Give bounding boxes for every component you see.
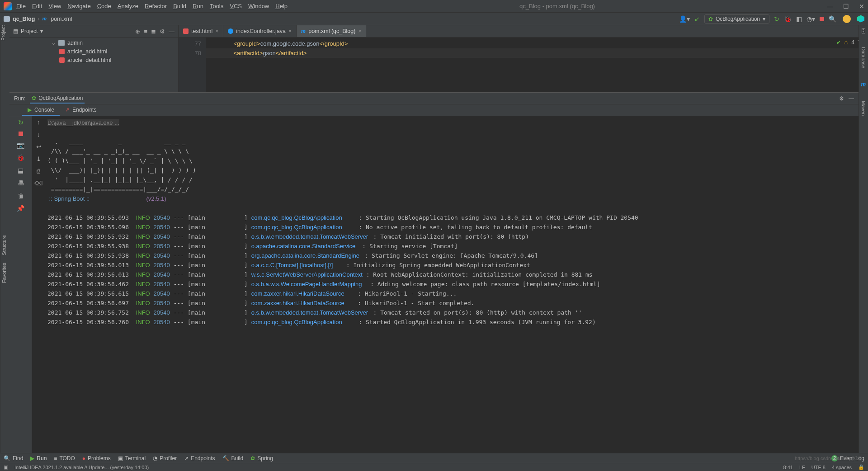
run-tool-window: Run: ✿ QcBlogApplication ⚙ — ▶Console↗En… — [9, 92, 859, 453]
menu-navigate[interactable]: Navigate — [67, 3, 90, 9]
print-icon[interactable]: ⎙ — [37, 168, 40, 174]
editor-tab[interactable]: test.html× — [179, 25, 223, 37]
run-header: Run: ✿ QcBlogApplication ⚙ — — [9, 93, 859, 104]
project-tree[interactable]: ⌄adminarticle_add.htmlarticle_detail.htm… — [9, 38, 178, 65]
hide-icon[interactable]: — — [169, 28, 175, 35]
tree-folder[interactable]: ⌄admin — [9, 38, 178, 47]
menu-edit[interactable]: Edit — [32, 3, 42, 9]
endpoints-tool-button[interactable]: ↗Endpoints — [184, 455, 215, 462]
terminal-tool-button[interactable]: ▣Terminal — [118, 455, 146, 462]
menu-window[interactable]: Window — [248, 3, 269, 9]
avatar[interactable] — [843, 15, 851, 23]
problems-tool-button[interactable]: ●Problems — [82, 455, 111, 462]
maven-icon: m — [42, 15, 47, 22]
menu-code[interactable]: Code — [97, 3, 111, 9]
menu-view[interactable]: View — [48, 3, 61, 9]
spring-tool-button[interactable]: ✿Spring — [250, 455, 273, 462]
search-icon[interactable]: 🔍 — [829, 15, 836, 23]
menu-build[interactable]: Build — [173, 3, 186, 9]
close-icon[interactable]: ✕ — [859, 3, 864, 10]
minimize-icon[interactable]: — — [827, 3, 833, 10]
run-tool-button[interactable]: ▶Run — [30, 455, 47, 462]
coverage-icon[interactable]: ◧ — [796, 15, 802, 23]
maven-icon[interactable]: m — [861, 81, 866, 88]
close-tab-icon[interactable]: × — [215, 28, 218, 34]
left-rail-structure[interactable]: Structure — [1, 235, 7, 255]
editor-tab[interactable]: indexController.java× — [223, 25, 297, 37]
down-icon[interactable]: ↓ — [37, 131, 40, 138]
profile-icon[interactable]: ◔▾ — [807, 15, 815, 23]
terminal-icon: ▣ — [118, 455, 123, 462]
run-tab-endpoints[interactable]: ↗Endpoints — [60, 104, 102, 116]
menu-vcs[interactable]: VCS — [230, 3, 242, 9]
folder-icon — [58, 40, 65, 46]
console-output[interactable]: D:\java__jdk\bin\java.exe ... . ____ _ _… — [45, 116, 859, 453]
title-bar: FileEditViewNavigateCodeAnalyzeRefactorB… — [0, 0, 868, 13]
debug-icon[interactable]: 🐞 — [17, 154, 24, 161]
layout-icon[interactable]: ⬓ — [18, 167, 24, 174]
run-config-tab[interactable]: ✿ QcBlogApplication — [30, 93, 85, 104]
maximize-icon[interactable]: ☐ — [843, 3, 849, 10]
todo-tool-button[interactable]: ≡TODO — [54, 455, 75, 462]
gear-icon[interactable]: ⚙ — [160, 28, 165, 35]
chevron-down-icon[interactable]: ⌄ — [51, 39, 56, 46]
print-icon[interactable]: 🖶 — [18, 179, 24, 187]
up-icon[interactable]: ↑ — [37, 119, 40, 126]
menu-analyze[interactable]: Analyze — [118, 3, 138, 9]
pin-icon[interactable]: 📌 — [17, 205, 24, 212]
lock-icon[interactable]: 🔒 — [858, 464, 864, 470]
right-rail-maven[interactable]: Maven — [861, 101, 866, 116]
close-tab-icon[interactable]: × — [358, 28, 361, 34]
project-view-selector[interactable]: ▤ Project ▾ — [13, 28, 43, 34]
clear-icon[interactable]: ⌫ — [34, 180, 42, 187]
tree-file[interactable]: article_detail.html — [9, 56, 178, 64]
menu-tools[interactable]: Tools — [210, 3, 223, 9]
editor-tab[interactable]: mpom.xml (qc_Blog)× — [297, 25, 366, 37]
menu-refactor[interactable]: Refactor — [145, 3, 167, 9]
select-opened-file-icon[interactable]: ⊕ — [135, 28, 140, 35]
menu-run[interactable]: Run — [193, 3, 203, 9]
run-configuration-selector[interactable]: ✿ QcBlogApplication ▾ — [704, 14, 769, 24]
rerun-icon[interactable]: ↻ — [18, 119, 24, 126]
hide-icon[interactable]: — — [849, 95, 854, 102]
menu-file[interactable]: File — [16, 3, 26, 9]
build-tool-button[interactable]: 🔨Build — [222, 455, 244, 462]
left-rail-favorites[interactable]: Favorites — [1, 263, 7, 283]
run-tabs: ▶Console↗Endpoints — [9, 104, 859, 116]
trash-icon[interactable]: 🗑 — [18, 192, 24, 199]
run-tab-console[interactable]: ▶Console — [22, 104, 60, 116]
camera-icon[interactable]: 📷 — [17, 141, 24, 149]
debug-icon[interactable]: 🐞 — [784, 15, 792, 23]
vcs-update-icon[interactable]: ↙ — [694, 15, 700, 23]
expand-all-icon[interactable]: ≡ — [144, 28, 147, 35]
status-indent[interactable]: 4 spaces — [832, 465, 852, 470]
main-menu: FileEditViewNavigateCodeAnalyzeRefactorB… — [16, 3, 288, 9]
profiler-tool-button[interactable]: ◔Profiler — [153, 455, 177, 462]
status-caret[interactable]: 8:41 — [783, 465, 793, 470]
ide-features-icon[interactable] — [857, 15, 864, 23]
status-le[interactable]: LF — [799, 465, 805, 470]
right-rail-database[interactable]: Database — [861, 47, 866, 68]
menu-help[interactable]: Help — [275, 3, 288, 9]
stop-icon[interactable] — [820, 17, 824, 21]
tool-windows-icon[interactable]: ▣ — [4, 464, 8, 470]
left-bottom-rail: Structure Favorites — [0, 235, 7, 283]
soft-wrap-icon[interactable]: ↩ — [36, 143, 41, 150]
chevron-down-icon: ▾ — [763, 16, 765, 22]
gear-icon[interactable]: ⚙ — [839, 95, 844, 102]
status-enc[interactable]: UTF-8 — [811, 465, 826, 470]
breadcrumb[interactable]: qc_Blog › m pom.xml — [4, 15, 72, 22]
user-icon[interactable]: 👤▾ — [679, 15, 690, 23]
run-icon[interactable]: ↻ — [774, 15, 779, 23]
database-icon[interactable]: 🗄 — [861, 28, 866, 34]
scroll-end-icon[interactable]: ⤓ — [36, 155, 41, 162]
play-icon: ▶ — [28, 107, 32, 113]
status-update[interactable]: IntelliJ IDEA 2021.1.2 available // Upda… — [14, 465, 149, 470]
spring-icon: ✿ — [708, 16, 713, 22]
stop-icon[interactable] — [19, 132, 23, 136]
collapse-all-icon[interactable]: ≣ — [151, 28, 156, 35]
left-rail-project[interactable]: Project — [0, 25, 6, 41]
close-tab-icon[interactable]: × — [288, 28, 292, 34]
tree-file[interactable]: article_add.html — [9, 47, 178, 56]
find-tool-button[interactable]: 🔍Find — [4, 455, 23, 462]
